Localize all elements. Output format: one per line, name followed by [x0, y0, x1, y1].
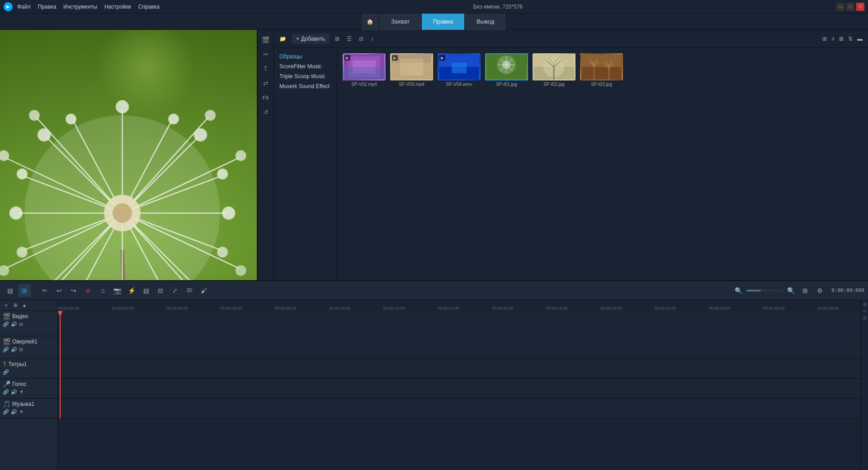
- import-folder-button[interactable]: 📁: [278, 35, 288, 43]
- overlay-link-icon[interactable]: 🔗: [3, 347, 9, 352]
- minimize-button[interactable]: —: [836, 3, 844, 11]
- overlay-mute-icon[interactable]: 🔊: [11, 347, 17, 352]
- clip-speed-button[interactable]: ⚡: [125, 284, 138, 297]
- overlay-track-header: 🎬 Оверлей1 🔗 🔊 ⊞: [0, 336, 57, 359]
- menu-settings[interactable]: Настройки: [104, 4, 131, 10]
- music-button[interactable]: ♪: [369, 35, 375, 43]
- motion-track-button[interactable]: ⤢: [169, 284, 181, 297]
- audio-button[interactable]: ♫: [96, 284, 109, 297]
- view-list-detail[interactable]: ≡: [830, 35, 836, 43]
- music-mute-icon[interactable]: 🔊: [11, 409, 17, 415]
- music-track-row[interactable]: [58, 399, 868, 418]
- view-grid-large-button[interactable]: ⊞: [333, 35, 341, 43]
- scroll-right-btn-1[interactable]: ⊞: [863, 302, 867, 307]
- close-button[interactable]: ✕: [856, 3, 864, 11]
- zoom-slider[interactable]: [746, 290, 783, 291]
- voice-track-header: 🎤 Голос 🔗 🔊 ▼: [0, 379, 57, 399]
- title-track-row[interactable]: [58, 359, 868, 379]
- voice-expand-icon[interactable]: ▼: [19, 389, 24, 395]
- timeline-tracks-area[interactable]: 00:00:00:00 00:00:02:00 00:00:04:00 00:0…: [58, 300, 868, 470]
- menu-tools[interactable]: Инструменты: [63, 4, 97, 10]
- delete-button[interactable]: ⊘: [82, 284, 94, 297]
- zoom-in-button[interactable]: 🔍: [784, 284, 797, 297]
- scroll-right-btn-2[interactable]: ≡: [863, 309, 866, 314]
- view-grid-small-button[interactable]: ⊟: [357, 35, 365, 43]
- undo-button[interactable]: ↩: [53, 284, 66, 297]
- title-link-icon[interactable]: 🔗: [3, 369, 9, 375]
- auto-normalize-button[interactable]: ▲: [20, 301, 29, 310]
- fit-timeline-button[interactable]: ⊞: [799, 284, 811, 297]
- view-list-button[interactable]: ☰: [345, 35, 354, 43]
- maximize-button[interactable]: □: [846, 3, 854, 11]
- paint-button[interactable]: 🖌: [198, 284, 210, 297]
- voice-link-icon[interactable]: 🔗: [3, 389, 9, 395]
- voice-mute-icon[interactable]: 🔊: [11, 389, 17, 395]
- 3d-title-button[interactable]: 3D: [183, 284, 196, 297]
- main-area: Project– Clip– ▶ ⏮ ◀ ▶ ⏭ 🔁 🔊 16:9 ⛶ 00:0…: [0, 30, 868, 470]
- ruler-mark-6: 00:00:12:00: [383, 306, 405, 310]
- video-link-icon[interactable]: 🔗: [3, 321, 9, 327]
- video-track-row[interactable]: [58, 311, 868, 336]
- cat-scorefitter[interactable]: ScoreFitter Music: [274, 61, 337, 71]
- zoom-out-button[interactable]: 🔍: [732, 284, 745, 297]
- cat-triple-scoop[interactable]: Triple Scoop Music: [274, 71, 337, 81]
- media-item-i03[interactable]: SP-I03.jpg: [580, 53, 623, 87]
- file-name-v02: SP-V02.mp4: [351, 82, 377, 87]
- tab-output[interactable]: Вывод: [465, 14, 505, 30]
- text-icon[interactable]: T: [259, 62, 272, 75]
- svg-point-41: [0, 151, 9, 161]
- media-item-v02[interactable]: ▶ SP-V02.mp4: [343, 53, 386, 87]
- motion-icon[interactable]: ↺: [259, 106, 272, 118]
- music-link-icon[interactable]: 🔗: [3, 409, 9, 415]
- cat-samples[interactable]: Образцы: [274, 52, 337, 61]
- video-expand-icon[interactable]: ⊞: [19, 321, 23, 327]
- menu-file[interactable]: Файл: [17, 4, 31, 10]
- timeline-view-button[interactable]: ▤: [4, 284, 16, 297]
- track-options-button[interactable]: ≣: [11, 301, 20, 310]
- video-mute-icon[interactable]: 🔊: [11, 321, 17, 327]
- transition-icon[interactable]: ⇄: [259, 77, 272, 89]
- multi-trim-button[interactable]: ⊟: [154, 284, 167, 297]
- scroll-right-btn-3[interactable]: ⊟: [863, 315, 867, 320]
- playhead[interactable]: [60, 311, 61, 418]
- overlay-track-label: Оверлей1: [12, 338, 38, 345]
- thumb-v04: ▶: [438, 53, 481, 80]
- subtitle-button[interactable]: ▤: [140, 284, 152, 297]
- timeline-settings-button[interactable]: ⚙: [813, 284, 826, 297]
- fx-icon[interactable]: FX: [259, 91, 272, 104]
- media-icon[interactable]: 🎬: [259, 33, 272, 46]
- snapshot-button[interactable]: 📷: [111, 284, 123, 297]
- menu-edit[interactable]: Правка: [38, 4, 57, 10]
- svg-point-13: [10, 207, 22, 219]
- timeline-storyboard-button[interactable]: ⊞: [18, 284, 31, 297]
- tab-capture[interactable]: Захват: [380, 14, 421, 30]
- menu-help[interactable]: Справка: [138, 4, 160, 10]
- view-grid-4[interactable]: ⊠: [837, 35, 845, 43]
- sort-button[interactable]: ⇅: [846, 35, 854, 43]
- home-button[interactable]: 🏠: [362, 14, 378, 30]
- media-item-v04[interactable]: ▶ SP-V04.wmv: [438, 53, 481, 87]
- view-options: ⊞ ≡ ⊠ ⇅ ▬: [821, 35, 864, 43]
- add-media-button[interactable]: + Добавить: [292, 34, 330, 44]
- app-icon: ▶: [4, 2, 13, 11]
- add-label: Добавить: [301, 36, 325, 42]
- instant-cutter-icon[interactable]: ✂: [259, 48, 272, 61]
- media-item-v03[interactable]: ▶ SP-V03.mp4: [390, 53, 433, 87]
- voice-track-row[interactable]: [58, 379, 868, 399]
- nav-tabs: 🏠 Захват Правка Вывод: [0, 14, 868, 30]
- timeline-area: ▤ ⊞ ✂ ↩ ↪ ⊘ ♫ 📷 ⚡ ▤ ⊟ ⤢ 3D 🖌 🔍 🔍 ⊞: [0, 280, 868, 470]
- music-track-label: Музыка1: [12, 401, 34, 407]
- overlay-track-row[interactable]: [58, 336, 868, 359]
- media-item-i01[interactable]: SP-I01.jpg: [485, 53, 528, 87]
- redo-button[interactable]: ↪: [67, 284, 80, 297]
- tab-edit[interactable]: Правка: [422, 14, 464, 30]
- filter-button[interactable]: ▬: [855, 35, 864, 43]
- add-track-button[interactable]: ≡: [2, 301, 11, 310]
- media-item-i02[interactable]: SP-I02.jpg: [533, 53, 576, 87]
- overlay-expand-icon[interactable]: ⊞: [19, 347, 23, 352]
- cat-muserk[interactable]: Muserk Sound Effect: [274, 81, 337, 91]
- music-expand-icon[interactable]: ▼: [19, 409, 24, 415]
- cut-tool-button[interactable]: ✂: [38, 284, 51, 297]
- view-large-thumb[interactable]: ⊞: [821, 35, 829, 43]
- svg-point-57: [113, 203, 132, 223]
